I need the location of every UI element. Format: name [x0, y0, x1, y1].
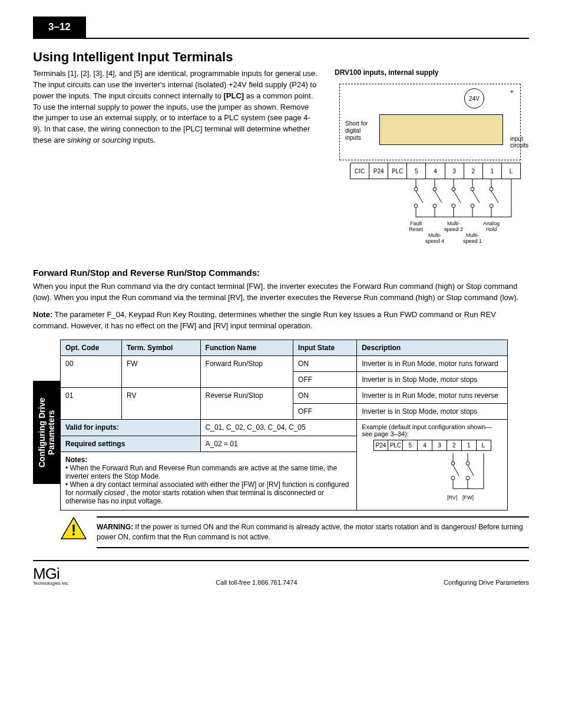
svg-point-33 [466, 462, 470, 465]
input-circuits-label: input circuits [510, 136, 529, 149]
svg-point-13 [452, 204, 455, 207]
terminal-strip: CIC P24 PLC 5 4 3 2 1 L [350, 163, 521, 179]
terminal-cell: 3 [445, 163, 464, 179]
mini-terminal: 3 [432, 440, 447, 450]
terminal-cell: PLC [388, 163, 407, 179]
cell-desc: Inverter is in Stop Mode, motor stops [357, 404, 508, 420]
options-table: Opt. Code Term. Symbol Function Name Inp… [60, 340, 508, 510]
switch-label: Multi-speed 4 [423, 232, 447, 244]
required-settings-value: A_02 = 01 [200, 436, 357, 452]
cell-desc: Inverter is in Run Mode, motor runs reve… [357, 388, 508, 404]
svg-point-1 [414, 187, 418, 191]
supply-circle: 24V [464, 88, 484, 108]
svg-line-34 [468, 465, 474, 476]
notes-cell: Notes: • When the Forward Run and Revers… [61, 452, 357, 510]
cell-term-symbol: RV [121, 388, 200, 420]
warning-label: WARNING: [97, 523, 133, 531]
cell-desc: Inverter is in Stop Mode, motor stops [357, 372, 508, 388]
mini-terminal: 2 [447, 440, 462, 450]
plus-label: + [510, 88, 514, 95]
switch-diagram: Fault Reset Multi-speed 4 Multi-speed 2 … [350, 179, 521, 232]
terminal-cell: 4 [426, 163, 445, 179]
svg-point-35 [466, 476, 470, 480]
svg-point-3 [414, 204, 418, 207]
mini-terminal: P24 [374, 440, 389, 450]
notes-title: Notes: [65, 456, 87, 464]
example-label: Example (default input configuration sho… [362, 423, 492, 437]
runstop-paragraph: When you input the Run command via the d… [33, 281, 529, 304]
svg-point-21 [490, 187, 493, 191]
mini-sw-label: [RV] [447, 495, 457, 500]
runstop-note: Note: The parameter F_04, Keypad Run Key… [33, 309, 529, 332]
cell-state: ON [293, 388, 357, 404]
col-function-name: Function Name [200, 340, 293, 356]
cell-desc: Inverter is in Run Mode, motor runs forw… [357, 356, 508, 372]
table-row: 00 FW Forward Run/Stop ON Inverter is in… [61, 356, 508, 372]
mini-terminal: 5 [403, 440, 418, 450]
table-note2-italic: normally closed [75, 489, 124, 497]
cell-state: OFF [293, 372, 357, 388]
table-row: 01 RV Reverse Run/Stop ON Inverter is in… [61, 388, 508, 404]
side-tab: Configuring Drive Parameters [33, 381, 60, 484]
svg-point-30 [451, 476, 455, 480]
runstop-heading: Forward Run/Stop and Reverse Run/Stop Co… [33, 268, 529, 278]
terminal-cell: P24 [369, 163, 388, 179]
required-settings-label: Required settings [61, 436, 201, 452]
terminal-cell: 5 [407, 163, 426, 179]
svg-point-28 [451, 462, 455, 465]
terminal-cell: 2 [464, 163, 483, 179]
valid-inputs-label: Valid for inputs: [61, 420, 201, 436]
warning-body: If the power is turned ON and the Run co… [97, 523, 523, 541]
col-description: Description [357, 340, 508, 356]
logo-sub: Technologies Inc. [33, 581, 70, 586]
figure-wiring: DRV100 inputs, internal supply 24V + Sho… [335, 68, 529, 257]
cell-function: Reverse Run/Stop [200, 388, 293, 420]
intro-paragraph: Terminals [1], [2], [3], [4], and [5] ar… [33, 68, 318, 257]
svg-text:!: ! [71, 521, 77, 539]
switch-label: Fault Reset [404, 220, 428, 232]
mini-terminal: PLC [388, 440, 403, 450]
example-cell: Example (default input configuration sho… [357, 420, 508, 510]
col-input-state: Input State [293, 340, 357, 356]
svg-line-7 [435, 191, 442, 203]
svg-line-2 [416, 191, 423, 203]
col-term-symbol: Term. Symbol [121, 340, 200, 356]
table-row: Valid for inputs: C_01, C_02, C_03, C_04… [61, 420, 508, 436]
mini-terminal: 4 [418, 440, 432, 450]
svg-line-29 [453, 465, 459, 476]
mini-terminal: L [477, 440, 491, 450]
svg-line-12 [454, 191, 461, 203]
svg-point-16 [471, 187, 474, 191]
short-digital-label: Short for digital inputs [345, 120, 376, 141]
svg-point-18 [471, 204, 474, 207]
cell-opt-code: 00 [61, 356, 122, 388]
valid-inputs-value: C_01, C_02, C_03, C_04, C_05 [200, 420, 357, 436]
mini-switch-diagram: [RV] [FW] [362, 453, 503, 506]
table-note1: When the Forward Run and Reverse Run com… [65, 464, 337, 480]
section-title: Using Intelligent Input Terminals [33, 50, 529, 65]
col-opt-code: Opt. Code [61, 340, 122, 356]
footer-center: Call toll-free 1.866.761.7474 [216, 579, 297, 586]
svg-line-22 [491, 191, 498, 203]
warning-text: WARNING: If the power is turned ON and t… [97, 516, 529, 548]
footer-right: Configuring Drive Parameters [444, 579, 529, 586]
intro-plc-bold: [PLC] [224, 91, 244, 100]
warning-icon: ! [60, 516, 87, 540]
logo-main: MGi [33, 565, 59, 582]
terminal-cell: L [502, 163, 520, 179]
svg-point-23 [490, 204, 493, 207]
figure-caption: DRV100 inputs, internal supply [335, 68, 529, 77]
company-logo: MGi Technologies Inc. [33, 565, 70, 586]
switch-label: Analog Hold [480, 220, 503, 232]
input-circuits-block [379, 114, 503, 145]
mini-terminal: 1 [462, 440, 477, 450]
page-tab: 3–12 [33, 17, 86, 38]
terminal-cell: CIC [351, 163, 369, 179]
table-header-row: Opt. Code Term. Symbol Function Name Inp… [61, 340, 508, 356]
cell-term-symbol: FW [121, 356, 200, 388]
svg-line-17 [472, 191, 480, 203]
sd-text: Short for digital inputs [345, 120, 368, 141]
svg-point-8 [433, 204, 437, 207]
switch-label: Multi-speed 2 [442, 220, 465, 232]
footer-rule [33, 560, 529, 561]
